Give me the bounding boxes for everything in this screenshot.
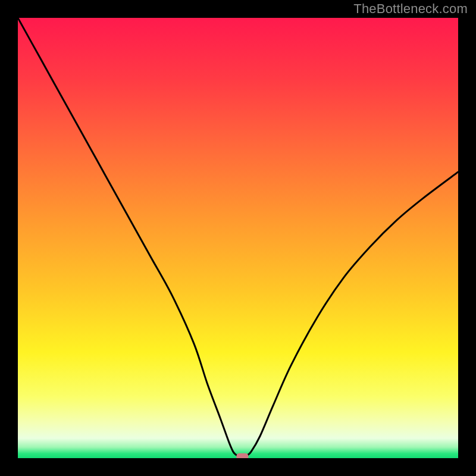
- chart-container: TheBottleneck.com: [0, 0, 476, 476]
- bottleneck-chart: [18, 18, 458, 458]
- optimum-marker: [236, 453, 248, 458]
- gradient-background: [18, 18, 458, 458]
- watermark-text: TheBottleneck.com: [353, 1, 468, 17]
